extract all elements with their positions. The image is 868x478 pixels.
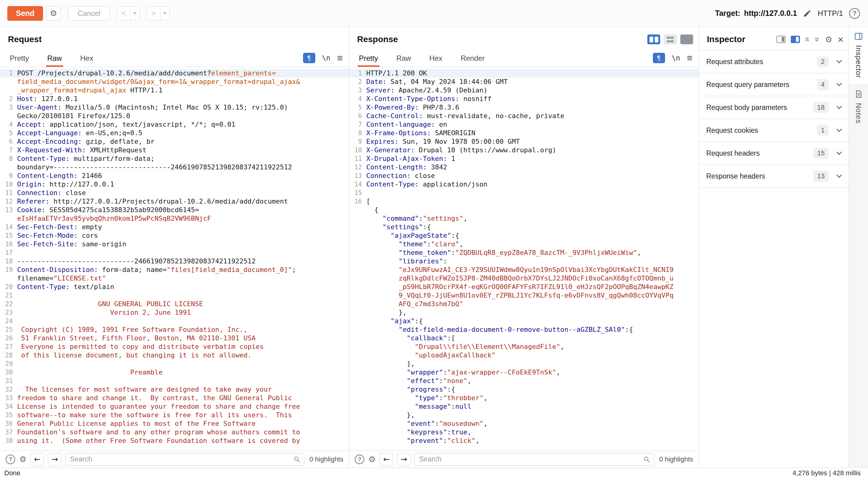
count-badge: 13 — [813, 171, 829, 182]
http-version-selector[interactable]: HTTP/1 — [818, 9, 843, 18]
inspector-dock-right-icon[interactable] — [791, 36, 800, 43]
wrap-marks-button[interactable]: ¶ — [653, 53, 665, 63]
chevron-down-icon — [836, 149, 842, 155]
tab-render[interactable]: Render — [459, 54, 486, 67]
line-number: 5 — [0, 129, 17, 137]
line-number: 27 — [0, 342, 17, 351]
line-number: 26 — [0, 334, 17, 342]
code-line: 34License is intended to guarantee your … — [0, 402, 349, 411]
inspector-settings-icon[interactable]: ⚙ — [825, 35, 832, 44]
layout-rows-icon — [666, 37, 674, 39]
line-number: 17 — [0, 248, 17, 257]
tab-pretty[interactable]: Pretty — [8, 54, 30, 67]
line-content: Sec-Fetch-Mode: cors — [17, 231, 98, 240]
search-input[interactable] — [65, 453, 304, 466]
layout-rows-button[interactable] — [664, 34, 677, 44]
line-number — [349, 342, 366, 351]
line-number: 29 — [0, 360, 17, 368]
wrap-marks-button[interactable]: ¶ — [303, 53, 315, 63]
inspector-section-request-body-parameters[interactable]: Request body parameters 18 — [699, 96, 848, 119]
response-editor[interactable]: 1HTTP/1.1 200 OK2Date: Sat, 04 May 2024 … — [349, 67, 699, 451]
help-icon[interactable]: ? — [849, 8, 860, 19]
line-number — [349, 214, 366, 223]
side-tab-inspector[interactable]: Inspector — [849, 27, 868, 85]
code-line: 11Connection: close — [0, 189, 349, 197]
line-content: zqRlkgDdlcFWZoISJP8-ZM40dBBQoOrbX7DYsLJ2… — [366, 274, 674, 282]
line-number: 35 — [0, 411, 17, 419]
line-number: 20 — [0, 282, 17, 291]
inspector-dock-left-icon[interactable] — [776, 36, 785, 43]
inspector-section-request-cookies[interactable]: Request cookies 1 — [699, 119, 848, 142]
inspector-section-request-attributes[interactable]: Request attributes 2 — [699, 50, 848, 73]
code-line: field_media_document/widget/0&ajax_form=… — [0, 78, 349, 86]
code-line: 28 of this license document, but changin… — [0, 351, 349, 360]
history-back-button[interactable]: < — [117, 6, 131, 21]
line-content: Cache-Control: must-revalidate, no-cache… — [366, 112, 564, 120]
code-line: "theme_token":"ZQDBULqR8_eypZ8eA78_8azcT… — [349, 248, 699, 257]
tab-raw[interactable]: Raw — [46, 54, 63, 67]
cancel-button[interactable]: Cancel — [68, 6, 110, 21]
line-content: AFQ_c7md3shm7bQ" — [366, 300, 463, 308]
tab-hex[interactable]: Hex — [79, 54, 95, 67]
edit-target-button[interactable] — [803, 9, 811, 18]
code-line: "event":"mousedown", — [349, 419, 699, 428]
search-settings-icon[interactable]: ⚙ — [368, 454, 376, 464]
history-forward-dropdown[interactable] — [160, 6, 170, 21]
prev-match-button[interactable]: ← — [31, 453, 44, 466]
response-tabs-row: Pretty Raw Hex Render ¶ \n ≡ — [349, 50, 699, 67]
line-number — [349, 419, 366, 428]
code-line: 3User-Agent: Mozilla/5.0 (Macintosh; Int… — [0, 103, 349, 112]
code-line: 27 Everyone is permitted to copy and dis… — [0, 342, 349, 351]
collapse-all-icon[interactable]: « — [803, 37, 812, 42]
line-number: 4 — [0, 120, 17, 129]
line-content: filename="LICENSE.txt" — [17, 274, 106, 282]
layout-single-button[interactable] — [680, 34, 693, 44]
count-badge: 4 — [817, 79, 829, 90]
line-content: "progress":{ — [366, 385, 455, 394]
line-number — [349, 206, 366, 214]
prev-match-button[interactable]: ← — [380, 453, 393, 466]
line-number: 23 — [0, 308, 17, 317]
tab-pretty[interactable]: Pretty — [358, 54, 379, 67]
newline-toggle-button[interactable]: \n — [672, 54, 680, 62]
inspector-section-request-query-parameters[interactable]: Request query parameters 4 — [699, 73, 848, 96]
code-line: 14Sec-Fetch-Dest: empty — [0, 223, 349, 231]
code-line: 13Connection: close — [349, 172, 699, 180]
newline-toggle-button[interactable]: \n — [322, 54, 331, 62]
inspector-title: Inspector — [707, 34, 745, 44]
line-number: 36 — [0, 419, 17, 428]
side-tab-notes[interactable]: Notes — [849, 85, 868, 130]
close-icon[interactable]: × — [837, 34, 844, 44]
line-content: Connection: close — [366, 172, 435, 180]
request-editor[interactable]: 1POST /Projects/drupal-10.2.6/media/add/… — [0, 67, 349, 451]
search-icon — [643, 456, 650, 464]
layout-columns-button[interactable] — [647, 34, 660, 44]
line-content: "callback":[ — [366, 334, 455, 342]
inspector-section-request-headers[interactable]: Request headers 15 — [699, 142, 848, 165]
tab-hex[interactable]: Hex — [428, 54, 444, 67]
editor-menu-button[interactable]: ≡ — [687, 53, 692, 63]
send-settings-button[interactable]: ⚙ — [46, 6, 61, 21]
search-settings-icon[interactable]: ⚙ — [19, 454, 27, 464]
inspector-section-response-headers[interactable]: Response headers 13 — [699, 165, 848, 187]
history-back-dropdown[interactable] — [131, 6, 140, 21]
line-content: Host: 127.0.0.1 — [17, 95, 78, 103]
next-match-button[interactable]: → — [48, 453, 61, 466]
editor-menu-button[interactable]: ≡ — [337, 53, 343, 63]
line-content: "wrapper":"ajax-wrapper--CFoEkE9TnSk", — [366, 368, 560, 377]
help-icon[interactable]: ? — [355, 454, 364, 464]
code-line: "message":null — [349, 402, 699, 411]
count-badge: 2 — [817, 56, 829, 67]
code-line: "command":"settings", — [349, 214, 699, 223]
line-number: 30 — [0, 368, 17, 377]
history-forward-button[interactable]: > — [147, 6, 160, 21]
line-number: 18 — [0, 257, 17, 266]
expand-all-icon[interactable]: » — [812, 37, 822, 42]
help-icon[interactable]: ? — [5, 454, 15, 464]
search-input[interactable] — [414, 453, 654, 466]
pilcrow-icon: ¶ — [307, 54, 311, 62]
line-number — [349, 300, 366, 308]
next-match-button[interactable]: → — [397, 453, 410, 466]
tab-raw[interactable]: Raw — [395, 54, 412, 67]
send-button[interactable]: Send — [7, 6, 43, 21]
